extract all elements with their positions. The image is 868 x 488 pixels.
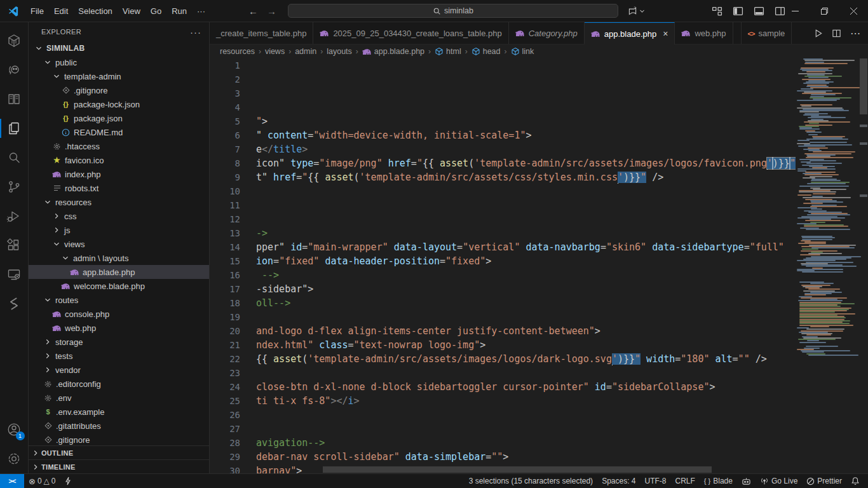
tree-item-package-lock.json[interactable]: {}package-lock.json [29, 97, 209, 111]
tree-item-siminlab[interactable]: SIMINLAB [29, 41, 209, 55]
tree-item-.editorconfig[interactable]: .editorconfig [29, 377, 209, 391]
horizontal-scrollbar[interactable] [323, 466, 712, 473]
remote-explorer-icon[interactable] [0, 260, 29, 289]
source-control-icon[interactable] [0, 172, 29, 201]
tree-item-favicon.ico[interactable]: ★favicon.ico [29, 153, 209, 167]
settings-icon[interactable] [0, 444, 29, 473]
breadcrumb-resources[interactable]: resources [220, 47, 255, 56]
menu-edit[interactable]: Edit [49, 4, 73, 18]
status-robot[interactable] [737, 474, 756, 488]
code-line[interactable]: 2 [210, 72, 868, 86]
status-prettier[interactable]: Prettier [802, 474, 846, 488]
status-3-selections-15-characters-selected-[interactable]: 3 selections (15 characters selected) [465, 474, 597, 488]
code-line[interactable]: 6" content="width=device-width, initial-… [210, 128, 868, 142]
tree-item-package.json[interactable]: {}package.json [29, 111, 209, 125]
explorer-icon[interactable] [0, 114, 29, 143]
search-icon[interactable] [0, 143, 29, 172]
code-line[interactable]: 22{{ asset('template-admin/src/assets/im… [210, 352, 868, 366]
code-line[interactable]: 25ti ti-x fs-8"></i> [210, 394, 868, 408]
menu-run[interactable]: Run [166, 4, 192, 18]
restore-button[interactable] [810, 0, 839, 22]
breadcrumb-layouts[interactable]: layouts [327, 47, 352, 56]
breadcrumb-link[interactable]: link [511, 47, 534, 56]
explorer-more-actions-icon[interactable]: ··· [190, 27, 201, 37]
problems-status[interactable]: ⊗ 0 △ 0 [24, 474, 60, 488]
status-utf-8[interactable]: UTF-8 [641, 474, 671, 488]
code-line[interactable]: 1 [210, 58, 868, 72]
container-icon[interactable] [0, 26, 29, 55]
code-line[interactable]: 14pper" id="main-wrapper" data-layout="v… [210, 240, 868, 254]
tree-item-public[interactable]: public [29, 55, 209, 69]
code-line[interactable]: 9t" href="{{ asset('template-admin/src/a… [210, 170, 868, 184]
close-tab-icon[interactable]: × [663, 29, 668, 39]
split-editor-button[interactable] [832, 29, 841, 38]
accounts-icon[interactable]: 1 [0, 415, 29, 444]
code-line[interactable]: 4 [210, 100, 868, 114]
code-line[interactable]: 3 [210, 86, 868, 100]
s-extension-icon[interactable] [0, 289, 29, 318]
minimap[interactable] [796, 58, 859, 440]
code-line[interactable]: 23 [210, 366, 868, 380]
code-line[interactable]: 7e</title> [210, 142, 868, 156]
code-line[interactable]: 17-sidebar"> [210, 282, 868, 296]
tree-item-.htaccess[interactable]: .htaccess [29, 139, 209, 153]
close-window-button[interactable] [839, 0, 868, 22]
breadcrumb[interactable]: resources›views›admin›layouts›app.blade.… [210, 44, 868, 58]
breadcrumb-head[interactable]: head [471, 47, 501, 56]
status-blade[interactable]: { }Blade [700, 474, 737, 488]
code-line[interactable]: 18oll--> [210, 296, 868, 310]
breadcrumb-admin[interactable]: admin [295, 47, 316, 56]
tree-item-welcome.blade.php[interactable]: welcome.blade.php [29, 279, 209, 293]
breadcrumb-app.blade.php[interactable]: app.blade.php [362, 47, 424, 56]
tree-item-readme.md[interactable]: README.md [29, 125, 209, 139]
tree-item-app.blade.php[interactable]: app.blade.php [29, 265, 209, 279]
back-button[interactable]: ← [248, 6, 258, 17]
tab-sample[interactable]: <>sample [741, 22, 792, 44]
tree-item-js[interactable]: js [29, 223, 209, 237]
section-outline[interactable]: OUTLINE [29, 445, 209, 459]
code-line[interactable]: 24close-btn d-xl-none d-block sidebartog… [210, 380, 868, 394]
copilot-button[interactable] [627, 6, 645, 17]
bolt-status-icon[interactable] [60, 474, 76, 488]
code-line[interactable]: 10 [210, 184, 868, 198]
status-bell[interactable] [846, 474, 864, 488]
tree-item-.env[interactable]: .env [29, 391, 209, 405]
tree-item-web.php[interactable]: web.php [29, 321, 209, 335]
status-spaces-4[interactable]: Spaces: 4 [597, 474, 640, 488]
tree-item-console.php[interactable]: console.php [29, 307, 209, 321]
menu-[interactable]: ··· [192, 4, 210, 18]
code-line[interactable]: 26 [210, 408, 868, 422]
tab--create-items-table.php[interactable]: _create_items_table.php [210, 22, 313, 44]
code-line[interactable]: 12 [210, 212, 868, 226]
status-crlf[interactable]: CRLF [671, 474, 700, 488]
code-line[interactable]: 16 --> [210, 268, 868, 282]
tree-item-.gitignore[interactable]: .gitignore [29, 433, 209, 445]
code-line[interactable]: 27 [210, 422, 868, 436]
tab-category.php[interactable]: Category.php [509, 22, 585, 44]
code-line[interactable]: 21ndex.html" class="text-nowrap logo-img… [210, 338, 868, 352]
extensions-icon[interactable] [0, 231, 29, 260]
tab-app.blade.php[interactable]: app.blade.php× [585, 22, 675, 44]
menu-go[interactable]: Go [146, 4, 166, 18]
code-editor[interactable]: 12345">6" content="width=device-width, i… [210, 58, 868, 473]
command-center-search[interactable]: siminlab [288, 4, 618, 18]
code-line[interactable]: 11 [210, 198, 868, 212]
tree-item-vendor[interactable]: vendor [29, 363, 209, 377]
vertical-scrollbar[interactable] [859, 58, 868, 473]
forward-button[interactable]: → [267, 6, 276, 17]
more-actions-icon[interactable]: ⋯ [850, 27, 860, 39]
code-line[interactable]: 8icon" type="image/png" href="{{ asset('… [210, 156, 868, 170]
tree-item-admin-layouts[interactable]: admin \ layouts [29, 251, 209, 265]
tree-item-.gitattributes[interactable]: .gitattributes [29, 419, 209, 433]
tree-item-resources[interactable]: resources [29, 195, 209, 209]
customize-layout-icon[interactable] [712, 6, 722, 17]
breadcrumb-html[interactable]: html [435, 47, 461, 56]
section-timeline[interactable]: TIMELINE [29, 459, 209, 473]
run-debug-icon[interactable] [0, 201, 29, 231]
tree-item-css[interactable]: css [29, 209, 209, 223]
menu-file[interactable]: File [25, 4, 49, 18]
code-line[interactable]: 13-> [210, 226, 868, 240]
tab-web.php[interactable]: web.php [675, 22, 733, 44]
status-go-live[interactable]: Go Live [756, 474, 802, 488]
menu-selection[interactable]: Selection [73, 4, 117, 18]
